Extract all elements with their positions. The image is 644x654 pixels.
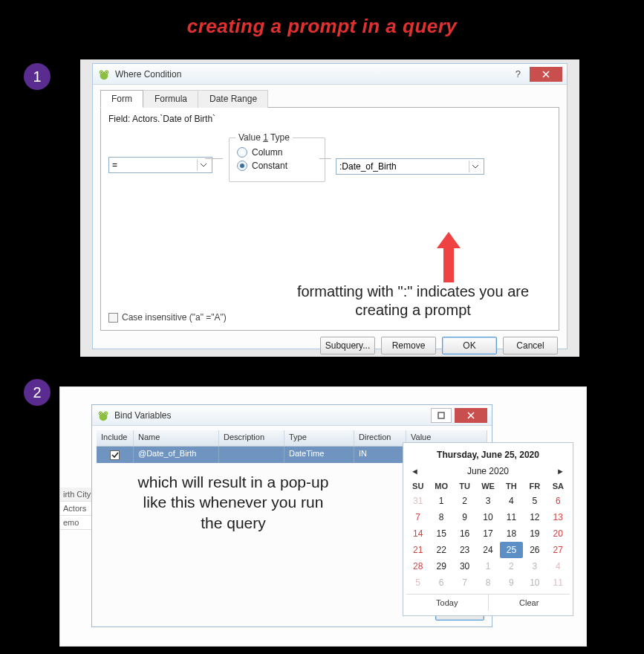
calendar-dow: TU (453, 479, 476, 493)
value-combo[interactable]: :Date_of_Birth (336, 158, 484, 175)
calendar-day[interactable]: 4 (500, 493, 523, 509)
maximize-button[interactable] (431, 408, 452, 423)
calendar-day[interactable]: 11 (547, 574, 570, 591)
cell-include[interactable] (97, 447, 134, 463)
calendar-day[interactable]: 8 (429, 509, 452, 525)
calendar-dow: SU (406, 479, 429, 493)
calendar-dow: WE (476, 479, 499, 493)
radio-constant[interactable]: Constant (237, 161, 317, 171)
tab-date-range[interactable]: Date Range (198, 90, 268, 108)
calendar-day[interactable]: 9 (500, 574, 523, 591)
radio-constant-label: Constant (252, 161, 287, 171)
calendar-day[interactable]: 11 (500, 509, 523, 525)
dialog-title: Bind Variables (114, 410, 428, 421)
radio-column[interactable]: Column (237, 147, 317, 158)
calendar-day[interactable]: 6 (547, 493, 570, 509)
calendar-day[interactable]: 29 (429, 558, 452, 574)
close-button[interactable] (530, 67, 562, 82)
page-title: creating a prompt in a query (0, 0, 644, 38)
calendar-day[interactable]: 14 (406, 525, 429, 542)
col-description[interactable]: Description (219, 430, 284, 446)
today-button[interactable]: Today (406, 595, 489, 611)
calendar-day[interactable]: 22 (429, 542, 452, 558)
remove-button[interactable]: Remove (381, 337, 436, 354)
calendar-day[interactable]: 5 (523, 493, 546, 509)
col-name[interactable]: Name (134, 430, 219, 446)
calendar-day[interactable]: 30 (453, 558, 476, 574)
calendar-day[interactable]: 10 (476, 509, 499, 525)
calendar-day[interactable]: 4 (547, 558, 570, 574)
calendar-day[interactable]: 3 (476, 493, 499, 509)
calendar-day[interactable]: 1 (476, 558, 499, 574)
calendar-month-label[interactable]: June 2020 (467, 466, 509, 476)
calendar-day[interactable]: 1 (429, 493, 452, 509)
prev-month-button[interactable]: ◄ (411, 467, 420, 476)
ok-button[interactable]: OK (442, 337, 497, 354)
operator-value: = (112, 160, 117, 170)
next-month-button[interactable]: ► (556, 467, 565, 476)
calendar-day[interactable]: 13 (547, 509, 570, 525)
tab-form[interactable]: Form (100, 90, 143, 108)
calendar-day[interactable]: 20 (547, 525, 570, 542)
calendar-day[interactable]: 23 (453, 542, 476, 558)
frog-icon (97, 409, 110, 422)
calendar-day[interactable]: 21 (406, 542, 429, 558)
calendar-day[interactable]: 3 (523, 558, 546, 574)
clear-button[interactable]: Clear (489, 595, 570, 611)
calendar-day[interactable]: 7 (406, 509, 429, 525)
dialog1-backdrop: Where Condition ? Form Formula Date Rang… (80, 59, 579, 357)
where-condition-dialog: Where Condition ? Form Formula Date Rang… (92, 63, 567, 349)
date-picker-popup: Thursday, June 25, 2020 ◄ June 2020 ► SU… (403, 442, 573, 616)
cell-name[interactable]: @Date_of_Birth (134, 447, 219, 463)
calendar-day[interactable]: 12 (523, 509, 546, 525)
dialog-button-row: Subquery... Remove OK Cancel (100, 331, 559, 354)
svg-rect-14 (438, 412, 444, 418)
operator-select[interactable]: = (108, 157, 212, 173)
calendar-day[interactable]: 24 (476, 542, 499, 558)
calendar-day[interactable]: 19 (523, 525, 546, 542)
calendar-grid: SUMOTUWETHFRSA31123456789101112131415161… (406, 479, 570, 591)
radio-icon (237, 147, 247, 158)
svg-point-13 (105, 412, 106, 413)
calendar-day[interactable]: 17 (476, 525, 499, 542)
calendar-day[interactable]: 7 (453, 574, 476, 591)
calendar-full-date: Thursday, June 25, 2020 (406, 447, 570, 464)
calendar-day[interactable]: 16 (453, 525, 476, 542)
calendar-day[interactable]: 18 (500, 525, 523, 542)
case-insensitive-checkbox[interactable]: Case insensitive ("a" ="A") (108, 312, 227, 323)
subquery-button[interactable]: Subquery... (320, 337, 375, 354)
svg-point-5 (101, 71, 102, 72)
calendar-day[interactable]: 26 (523, 542, 546, 558)
cell-type[interactable]: DateTime (284, 447, 354, 463)
case-insensitive-label: Case insensitive ("a" ="A") (122, 312, 227, 323)
calendar-day[interactable]: 6 (429, 574, 452, 591)
calendar-day[interactable]: 5 (406, 574, 429, 591)
calendar-day[interactable]: 8 (476, 574, 499, 591)
annotation-text-1: formatting with ":" indicates you are cr… (279, 282, 547, 320)
calendar-day[interactable]: 28 (406, 558, 429, 574)
red-arrow-annotation (434, 230, 464, 282)
col-type[interactable]: Type (284, 430, 354, 446)
calendar-day[interactable]: 15 (429, 525, 452, 542)
calendar-day[interactable]: 25 (500, 542, 523, 558)
close-button[interactable] (455, 408, 487, 423)
titlebar: Where Condition ? (93, 64, 567, 85)
frog-icon (97, 68, 111, 81)
cell-direction[interactable]: IN (354, 447, 406, 463)
calendar-dow: SA (547, 479, 570, 493)
calendar-day[interactable]: 31 (406, 493, 429, 509)
cancel-button[interactable]: Cancel (503, 337, 558, 354)
dialog-title: Where Condition (115, 69, 510, 80)
tab-formula[interactable]: Formula (143, 90, 198, 108)
calendar-day[interactable]: 9 (453, 509, 476, 525)
help-button[interactable]: ? (510, 68, 527, 80)
calendar-day[interactable]: 10 (523, 574, 546, 591)
calendar-day[interactable]: 27 (547, 542, 570, 558)
calendar-dow: FR (523, 479, 546, 493)
calendar-day[interactable]: 2 (453, 493, 476, 509)
cell-description[interactable] (219, 447, 284, 463)
col-include[interactable]: Include (97, 430, 134, 446)
tab-strip: Form Formula Date Range (100, 89, 559, 108)
calendar-day[interactable]: 2 (500, 558, 523, 574)
col-direction[interactable]: Direction (354, 430, 406, 446)
